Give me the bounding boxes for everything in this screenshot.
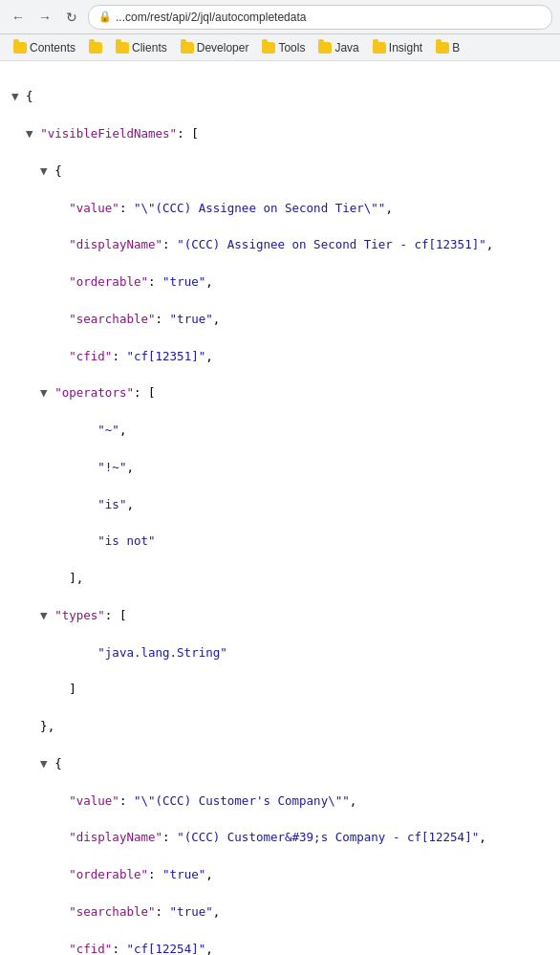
bookmark-2[interactable] [83,40,108,55]
json-item1-type1: "java.lang.String" [11,643,549,662]
refresh-button[interactable]: ↻ [61,7,82,28]
folder-icon [116,42,129,54]
address-text: ...com/rest/api/2/jql/autocompletedata [116,11,306,24]
json-item2-orderable: "orderable": "true", [11,865,549,883]
json-item2-searchable: "searchable": "true", [11,902,549,921]
json-item1-open: ▼ { [11,162,549,180]
json-item1-close: }, [11,717,549,735]
back-button[interactable]: ← [8,7,29,28]
json-item1-types-key: ▼ "types": [ [11,606,549,624]
json-item2-cfid: "cfid": "cf[12254]", [11,940,549,955]
folder-icon [262,42,275,54]
json-item1-cfid: "cfid": "cf[12351]", [11,347,549,365]
json-root-open: ▼ { [11,87,549,105]
bookmark-tools[interactable]: Tools [256,39,311,56]
json-item1-op1: "~", [11,421,549,439]
json-item1-op2: "!~", [11,458,549,476]
bookmarks-bar: Contents Clients Developer Tools Java In… [0,34,560,61]
bookmark-label: Java [334,41,358,54]
folder-icon [373,42,386,54]
folder-icon [318,42,332,54]
json-item2-open: ▼ { [11,754,549,772]
json-item1-operators-close: ], [11,569,549,587]
bookmark-b[interactable]: B [430,39,465,56]
bookmark-insight[interactable]: Insight [367,39,428,56]
bookmark-label: Clients [132,41,167,54]
lock-icon: 🔒 [98,11,112,23]
json-item1-value: "value": "\"(CCC) Assignee on Second Tie… [11,199,549,217]
json-item2-displayname: "displayName": "(CCC) Customer&#39;s Com… [11,828,549,846]
json-item1-searchable: "searchable": "true", [11,310,549,328]
bookmark-developer[interactable]: Developer [175,39,255,56]
address-bar[interactable]: 🔒 ...com/rest/api/2/jql/autocompletedata [88,5,552,30]
bookmark-label: Developer [197,41,249,54]
json-item1-types-close: ] [11,680,549,698]
bookmark-label: Insight [389,41,422,54]
folder-icon [436,42,449,54]
folder-icon [89,42,102,54]
bookmark-label: B [452,41,460,54]
toggle-root[interactable]: ▼ [11,89,19,103]
toggle-item1-operators[interactable]: ▼ [40,385,48,400]
toggle-visible-field[interactable]: ▼ [26,126,33,141]
json-item1-displayname: "displayName": "(CCC) Assignee on Second… [11,235,549,253]
json-content: ▼ { ▼ "visibleFieldNames": [ ▼ { "value"… [0,61,560,955]
bookmark-label: Tools [278,41,305,54]
folder-icon [181,42,194,54]
bookmark-clients[interactable]: Clients [110,39,173,56]
toggle-item1[interactable]: ▼ [40,163,48,178]
json-item1-operators-key: ▼ "operators": [ [11,383,549,402]
bookmark-contents[interactable]: Contents [8,39,81,56]
toggle-item1-types[interactable]: ▼ [40,608,48,622]
json-item1-op4: "is not" [11,532,549,550]
browser-toolbar: ← → ↻ 🔒 ...com/rest/api/2/jql/autocomple… [0,0,560,34]
toggle-item2[interactable]: ▼ [40,756,48,771]
bookmark-label: Contents [30,41,75,54]
forward-button[interactable]: → [34,7,55,28]
bookmark-java[interactable]: Java [312,39,364,56]
json-item1-orderable: "orderable": "true", [11,272,549,291]
folder-icon [13,42,27,54]
json-item1-op3: "is", [11,495,549,513]
json-visible-field-names-key: ▼ "visibleFieldNames": [ [11,124,549,142]
json-item2-value: "value": "\"(CCC) Customer's Company\"", [11,792,549,810]
